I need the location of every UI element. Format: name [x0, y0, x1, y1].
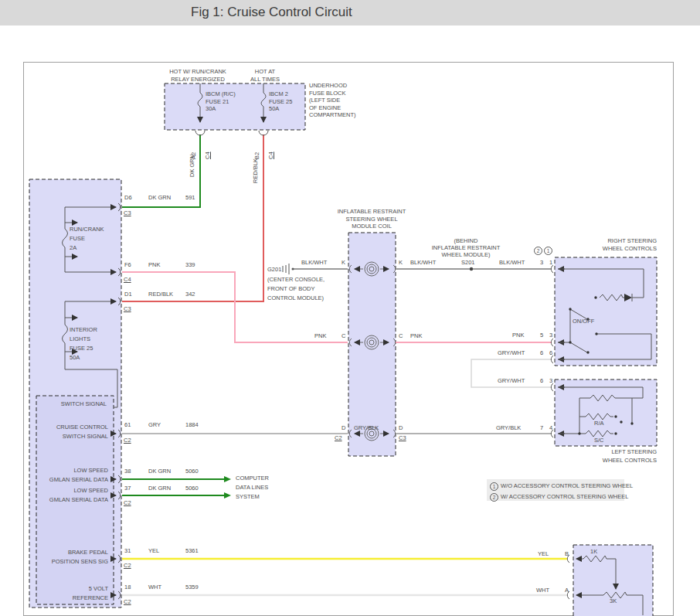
fuse-label-interior-lights: INTERIOR LIGHTS FUSE 25 50A: [70, 325, 97, 362]
pin-label: D1: [124, 291, 132, 298]
pin-label: 18: [124, 584, 131, 591]
connector-c4-right: C4: [267, 151, 275, 159]
wire-color-label: RED/BLK: [148, 291, 173, 298]
label-5v-reference: 5 VOLT REFERENCE: [73, 584, 108, 603]
pin-label: 31: [124, 547, 131, 555]
label-gmlan-b: LOW SPEED GMLAN SERIAL DATA: [49, 486, 108, 505]
pin-label: F6: [124, 261, 131, 269]
circuit-number: 5361: [185, 547, 199, 555]
pin-number: 6: [540, 377, 543, 385]
pin-label: 61: [124, 421, 131, 429]
circuit-number: 339: [185, 261, 195, 269]
wire-color-label: DK GRN: [148, 194, 171, 202]
connector-label: C2: [124, 499, 131, 507]
note-circle-2: 2: [490, 493, 498, 502]
wire-label-dk-grn-vert: DK GRN: [189, 155, 196, 177]
note-text-1: W/O ACCESSORY CONTROL STEERING WHEEL: [501, 482, 633, 490]
coil-connector-c2: C2: [335, 434, 342, 442]
switch-module-box: [573, 545, 653, 616]
pin-label: D6: [124, 194, 132, 202]
module-boxes: [29, 83, 657, 616]
pin-number: 5: [540, 332, 543, 339]
pin-number: 3: [549, 332, 552, 339]
coil-connector-c3: C3: [399, 434, 406, 442]
wiring-diagram-page: Fig 1: Cruise Control Circuit: [0, 0, 700, 616]
pin-number: 7: [540, 424, 543, 432]
label-gmlan-a: LOW SPEED GMLAN SERIAL DATA: [49, 466, 108, 485]
wire-label-gry-blk: GRY/BLK: [354, 424, 379, 432]
ground-location: (CENTER CONSOLE, FRONT OF BODY CONTROL M…: [267, 275, 325, 303]
wire-label-blk-wht: BLK/WHT: [301, 259, 327, 267]
coil-title: INFLATABLE RESTRAINT STEERING WHEEL MODU…: [325, 208, 418, 230]
circuit-number: 5060: [185, 468, 199, 475]
wire-label-pnk: PNK: [314, 332, 326, 340]
coil-pin-k-left: K: [342, 259, 345, 267]
feed-label-right: HOT AT ALL TIMES: [236, 68, 294, 83]
arrow-data-line-a: [224, 476, 231, 482]
splice-location: (BEHIND INFLATABLE RESTRAINT WHEEL MODUL…: [419, 237, 513, 258]
pin-label: 38: [124, 468, 131, 475]
coil-pin-k-right: K: [399, 259, 403, 267]
pin-number: 6: [549, 349, 552, 357]
splice-name-s201: S201: [461, 259, 475, 267]
wire-label-blk-wht: BLK/WHT: [410, 259, 436, 267]
wire-color-label: GRY: [148, 421, 161, 429]
connector-label: C2: [124, 598, 131, 606]
right-controls-title: RIGHT STEERING WHEEL CONTROLS: [603, 237, 657, 253]
coil-pin-c-left: C: [342, 332, 345, 340]
circuit-number: 1884: [185, 421, 199, 429]
coil-pin-c-right: C: [399, 332, 403, 340]
resistor-1k-label: 1K: [590, 548, 597, 556]
wire-color-label: DK GRN: [148, 485, 171, 492]
label-sc: S/C: [594, 437, 604, 444]
wire-label-gry-wht: GRY/WHT: [498, 377, 525, 385]
pin-label: 37: [124, 485, 131, 492]
wire-label-yel: YEL: [538, 550, 549, 558]
circuit-number: 5060: [185, 485, 199, 492]
coil-pin-d-right: D: [399, 424, 403, 432]
pin-number: 3: [549, 377, 552, 385]
resistor-3k-label: 3K: [610, 597, 617, 605]
arrow-data-line-b: [224, 492, 231, 499]
splice-s201: [470, 267, 473, 271]
wire-label-blk-wht: BLK/WHT: [499, 259, 525, 267]
left-controls-title: LEFT STEERING WHEEL CONTROLS: [603, 448, 657, 465]
fuse-block-name: UNDERHOOD FUSE BLOCK (LEFT SIDE OF ENGIN…: [309, 82, 356, 119]
left-controls-box: [555, 379, 657, 446]
wire-label-gry-blk: GRY/BLK: [496, 424, 521, 432]
label-cruise-control-switch-signal: CRUISE CONTROL SWITCH SIGNAL: [56, 423, 108, 441]
circuit-number: 5359: [185, 584, 199, 591]
wire-label-pnk: PNK: [410, 332, 422, 340]
connector-label: C2: [124, 562, 131, 570]
label-switch-signal: SWITCH SIGNAL: [61, 400, 107, 408]
label-on-off: ON/OFF: [573, 318, 594, 325]
pin-number: 4: [549, 424, 552, 432]
circuit-number: 342: [185, 291, 195, 298]
pin-b: B: [565, 550, 569, 558]
connector-label: C3: [124, 305, 131, 313]
feed-label-left: HOT W/ RUN/CRANK RELAY ENERGIZED: [151, 68, 244, 83]
wire-label-gry-wht: GRY/WHT: [498, 349, 525, 357]
label-ra: R/A: [594, 420, 604, 427]
fuse-label-ibcm-rc: IBCM (R/C) FUSE 21 30A: [206, 90, 236, 113]
footnote-circle-1: 1: [544, 247, 552, 255]
fuse-label-ibcm-2: IBCM 2 FUSE 25 50A: [269, 90, 292, 113]
wire-color-label: PNK: [148, 261, 160, 269]
ground-symbol-g201: [283, 264, 294, 274]
wire-color-label: YEL: [148, 547, 159, 555]
connector-c4-left: C4: [204, 151, 212, 159]
fuse-label-run-crank: RUN/CRANK FUSE 2A: [70, 225, 104, 253]
circuit-number: 591: [185, 194, 195, 202]
connector-label: C3: [124, 209, 131, 217]
coil-pin-d-left: D: [342, 424, 345, 432]
label-computer-data-lines: COMPUTER DATA LINES SYSTEM: [236, 474, 269, 502]
wire-color-label: WHT: [148, 584, 161, 591]
ground-name-g201: G201: [267, 266, 281, 274]
footnote-circle-2: 2: [534, 247, 542, 255]
pin-number: 3: [540, 259, 543, 267]
pin-number: 6: [540, 349, 543, 357]
wires: [122, 134, 567, 595]
wire-label-red-blk-vert: RED/BLK: [252, 158, 260, 183]
pin-number: 1: [549, 259, 552, 267]
wire-label-pnk: PNK: [512, 332, 524, 339]
